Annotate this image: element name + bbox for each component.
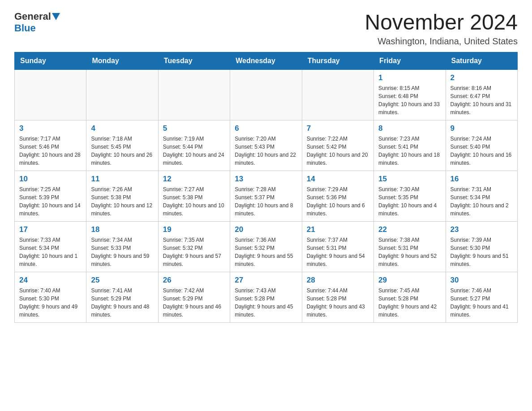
- day-info-line: Sunset: 5:38 PM: [163, 193, 225, 201]
- day-info-line: Sunset: 5:31 PM: [307, 244, 369, 252]
- calendar-cell: 24Sunrise: 7:40 AMSunset: 5:30 PMDayligh…: [15, 272, 86, 322]
- day-info-line: Sunrise: 8:15 AM: [378, 84, 441, 92]
- day-number: 20: [235, 225, 297, 234]
- day-number: 1: [378, 73, 441, 82]
- day-info-line: Sunset: 5:27 PM: [450, 295, 513, 303]
- logo-blue-text: Blue: [14, 22, 36, 34]
- day-of-week-header: Sunday: [15, 52, 86, 69]
- day-info-line: Daylight: 10 hours and 31 minutes.: [450, 100, 513, 116]
- calendar-cell: 12Sunrise: 7:27 AMSunset: 5:38 PMDayligh…: [158, 171, 230, 221]
- day-of-week-header: Tuesday: [158, 52, 230, 69]
- day-info-line: Daylight: 9 hours and 51 minutes.: [450, 252, 513, 268]
- calendar-cell: 17Sunrise: 7:33 AMSunset: 5:34 PMDayligh…: [15, 221, 86, 272]
- day-info-line: Sunset: 5:43 PM: [235, 143, 297, 151]
- calendar-cell: 23Sunrise: 7:39 AMSunset: 5:30 PMDayligh…: [446, 221, 517, 272]
- day-info-line: Sunset: 5:38 PM: [91, 193, 153, 201]
- day-number: 27: [235, 276, 297, 285]
- day-info-line: Sunrise: 7:41 AM: [91, 287, 153, 295]
- day-info-line: Sunset: 5:29 PM: [163, 295, 225, 303]
- day-number: 10: [19, 175, 82, 184]
- day-info-line: Sunset: 5:31 PM: [378, 244, 441, 252]
- day-info-line: Sunrise: 7:36 AM: [235, 236, 297, 244]
- day-info-line: Sunrise: 7:22 AM: [307, 135, 369, 143]
- day-info-line: Daylight: 9 hours and 59 minutes.: [91, 252, 153, 268]
- day-number: 14: [307, 175, 369, 184]
- logo-general-text: General: [14, 11, 51, 22]
- day-info-line: Sunset: 5:39 PM: [19, 193, 82, 201]
- calendar-week-row: 3Sunrise: 7:17 AMSunset: 5:46 PMDaylight…: [15, 120, 518, 171]
- day-number: 3: [19, 124, 82, 133]
- calendar-week-row: 10Sunrise: 7:25 AMSunset: 5:39 PMDayligh…: [15, 171, 518, 221]
- day-info-line: Sunrise: 7:37 AM: [307, 236, 369, 244]
- header: General Blue November 2024 Washington, I…: [14, 11, 518, 47]
- day-info-line: Daylight: 9 hours and 49 minutes.: [19, 303, 82, 319]
- days-header-row: SundayMondayTuesdayWednesdayThursdayFrid…: [15, 52, 518, 69]
- day-info-line: Daylight: 10 hours and 12 minutes.: [91, 201, 153, 218]
- day-info-line: Sunset: 5:40 PM: [450, 143, 513, 151]
- day-info-line: Sunrise: 7:30 AM: [378, 185, 441, 193]
- day-number: 17: [19, 225, 82, 234]
- day-info-line: Sunset: 5:28 PM: [378, 295, 441, 303]
- calendar-cell: 22Sunrise: 7:38 AMSunset: 5:31 PMDayligh…: [374, 221, 446, 272]
- calendar-cell: 7Sunrise: 7:22 AMSunset: 5:42 PMDaylight…: [302, 120, 373, 171]
- day-info-line: Sunset: 6:48 PM: [378, 92, 441, 100]
- day-info-line: Daylight: 9 hours and 46 minutes.: [163, 303, 225, 319]
- day-info-line: Sunset: 5:32 PM: [235, 244, 297, 252]
- day-info-line: Sunrise: 7:39 AM: [450, 236, 513, 244]
- day-info-line: Sunrise: 7:24 AM: [450, 135, 513, 143]
- calendar-cell: 1Sunrise: 8:15 AMSunset: 6:48 PMDaylight…: [374, 69, 446, 120]
- day-of-week-header: Wednesday: [230, 52, 302, 69]
- calendar-cell: 19Sunrise: 7:35 AMSunset: 5:32 PMDayligh…: [158, 221, 230, 272]
- day-number: 19: [163, 225, 225, 234]
- calendar-cell: 8Sunrise: 7:23 AMSunset: 5:41 PMDaylight…: [374, 120, 446, 171]
- title-area: November 2024 Washington, Indiana, Unite…: [365, 11, 518, 47]
- day-info-line: Daylight: 10 hours and 10 minutes.: [163, 201, 225, 218]
- day-number: 28: [307, 276, 369, 285]
- day-number: 25: [91, 276, 153, 285]
- day-info-line: Sunset: 5:29 PM: [91, 295, 153, 303]
- day-info-line: Sunset: 5:33 PM: [91, 244, 153, 252]
- day-of-week-header: Monday: [86, 52, 158, 69]
- day-of-week-header: Saturday: [446, 52, 517, 69]
- day-info-line: Sunrise: 7:28 AM: [235, 185, 297, 193]
- day-info-line: Daylight: 10 hours and 14 minutes.: [19, 201, 82, 218]
- day-number: 15: [378, 175, 441, 184]
- day-info-line: Sunrise: 7:35 AM: [163, 236, 225, 244]
- day-number: 6: [235, 124, 297, 133]
- day-info-line: Daylight: 10 hours and 20 minutes.: [307, 151, 369, 167]
- calendar-table: SundayMondayTuesdayWednesdayThursdayFrid…: [14, 52, 518, 323]
- location: Washington, Indiana, United States: [365, 36, 518, 47]
- day-info-line: Sunrise: 8:16 AM: [450, 84, 513, 92]
- day-info-line: Sunrise: 7:27 AM: [163, 185, 225, 193]
- calendar-cell: [158, 69, 230, 120]
- day-number: 5: [163, 124, 225, 133]
- day-info-line: Sunset: 5:34 PM: [450, 193, 513, 201]
- day-info-line: Sunrise: 7:18 AM: [91, 135, 153, 143]
- calendar-cell: 3Sunrise: 7:17 AMSunset: 5:46 PMDaylight…: [15, 120, 86, 171]
- day-info-line: Sunset: 5:30 PM: [450, 244, 513, 252]
- calendar-cell: 29Sunrise: 7:45 AMSunset: 5:28 PMDayligh…: [374, 272, 446, 322]
- calendar-cell: 14Sunrise: 7:29 AMSunset: 5:36 PMDayligh…: [302, 171, 373, 221]
- day-info-line: Sunrise: 7:20 AM: [235, 135, 297, 143]
- day-info-line: Sunrise: 7:29 AM: [307, 185, 369, 193]
- day-info-line: Sunset: 5:28 PM: [235, 295, 297, 303]
- day-info-line: Sunrise: 7:26 AM: [91, 185, 153, 193]
- day-info-line: Daylight: 10 hours and 22 minutes.: [235, 151, 297, 167]
- day-number: 29: [378, 276, 441, 285]
- calendar-cell: [86, 69, 158, 120]
- day-info-line: Sunset: 5:45 PM: [91, 143, 153, 151]
- day-info-line: Sunrise: 7:38 AM: [378, 236, 441, 244]
- calendar-cell: 2Sunrise: 8:16 AMSunset: 6:47 PMDaylight…: [446, 69, 517, 120]
- day-info-line: Daylight: 10 hours and 33 minutes.: [378, 100, 441, 116]
- calendar-cell: 15Sunrise: 7:30 AMSunset: 5:35 PMDayligh…: [374, 171, 446, 221]
- day-info-line: Sunrise: 7:25 AM: [19, 185, 82, 193]
- day-number: 16: [450, 175, 513, 184]
- day-info-line: Daylight: 10 hours and 18 minutes.: [378, 151, 441, 167]
- calendar-cell: 28Sunrise: 7:44 AMSunset: 5:28 PMDayligh…: [302, 272, 373, 322]
- day-number: 22: [378, 225, 441, 234]
- calendar-cell: 27Sunrise: 7:43 AMSunset: 5:28 PMDayligh…: [230, 272, 302, 322]
- calendar-cell: 10Sunrise: 7:25 AMSunset: 5:39 PMDayligh…: [15, 171, 86, 221]
- day-info-line: Sunset: 5:46 PM: [19, 143, 82, 151]
- day-info-line: Sunset: 5:34 PM: [19, 244, 82, 252]
- day-info-line: Daylight: 9 hours and 48 minutes.: [91, 303, 153, 319]
